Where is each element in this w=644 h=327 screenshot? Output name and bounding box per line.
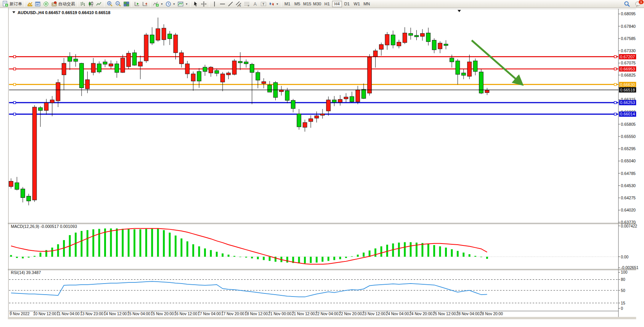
svg-text:0.66630: 0.66630 bbox=[620, 82, 635, 87]
dropdown-arrow-icon: ▼ bbox=[185, 3, 188, 5]
fibonacci-button[interactable]: F bbox=[243, 0, 251, 8]
chart-background bbox=[8, 8, 636, 319]
templates-button[interactable]: ▼ bbox=[177, 0, 189, 8]
text-label-icon: T bbox=[260, 1, 267, 7]
svg-text:F: F bbox=[248, 5, 249, 7]
time-axis-label: 24 Nov 20:00 bbox=[409, 312, 432, 316]
periods-button[interactable]: ▼ bbox=[164, 0, 177, 8]
rsi-scale-label: 15 bbox=[621, 301, 625, 305]
equidistant-channel-button[interactable]: E bbox=[234, 0, 243, 8]
cursor-button[interactable] bbox=[192, 0, 200, 8]
price-line-badge: 0.66953 bbox=[619, 66, 636, 72]
price-tick-label: 0.68095 bbox=[621, 12, 636, 16]
separator bbox=[190, 1, 191, 7]
rsi-scale-label: 80 bbox=[621, 277, 625, 282]
notifications-button[interactable]: 1 bbox=[634, 0, 642, 8]
vertical-line-icon bbox=[212, 1, 217, 7]
trendline-icon bbox=[228, 1, 233, 7]
time-axis-label: 23 Nov 12:00 bbox=[362, 312, 385, 316]
time-axis-label: 24 Nov 04:00 bbox=[386, 312, 409, 316]
macd-label: MACD(12,26,9) -0.000517 0.001093 bbox=[11, 224, 77, 229]
arrows-button[interactable]: ▼ bbox=[268, 0, 280, 8]
chart-shift-button[interactable] bbox=[141, 0, 149, 8]
text-label-button[interactable]: T bbox=[259, 0, 268, 8]
svg-text:0.66014: 0.66014 bbox=[620, 112, 635, 116]
timeframe-H4[interactable]: H4 bbox=[332, 1, 342, 7]
timeframe-H1[interactable]: H1 bbox=[322, 1, 332, 7]
chart-canvas[interactable]: 0.680950.678400.675850.673300.670750.668… bbox=[0, 8, 644, 327]
line-chart-button[interactable] bbox=[95, 0, 103, 8]
time-axis-label: 21 Nov 00:00 bbox=[268, 312, 291, 316]
rsi-scale-label: 50 bbox=[621, 289, 625, 293]
crosshair-button[interactable] bbox=[200, 0, 208, 8]
notification-badge: 1 bbox=[638, 0, 644, 5]
candlestick-chart-button[interactable] bbox=[87, 0, 95, 8]
candle bbox=[368, 54, 372, 96]
timeframe-M15[interactable]: M15 bbox=[302, 1, 312, 7]
indicators-button[interactable]: ▼ bbox=[152, 0, 164, 8]
bottom-strip bbox=[8, 317, 636, 319]
time-axis-label: 11 Nov 04:00 bbox=[56, 312, 79, 316]
text-button[interactable]: A bbox=[251, 0, 259, 8]
zoom-out-button[interactable] bbox=[114, 0, 122, 8]
price-tick-label: 0.65040 bbox=[621, 159, 636, 163]
search-button[interactable] bbox=[623, 0, 631, 8]
chart-window: 0.680950.678400.675850.673300.670750.668… bbox=[0, 8, 644, 327]
time-axis-label: 28 Nov 20:00 bbox=[480, 312, 503, 316]
time-axis-label: 16 Nov 12:00 bbox=[174, 312, 198, 316]
separator bbox=[209, 1, 209, 7]
tile-windows-button[interactable] bbox=[122, 0, 130, 8]
macd-scale-label: 0.00 bbox=[621, 255, 628, 259]
zoom-in-button[interactable] bbox=[106, 0, 114, 8]
chart-shift-icon bbox=[142, 1, 148, 7]
separator bbox=[77, 1, 78, 7]
svg-text:A: A bbox=[254, 2, 257, 7]
new-order-button[interactable]: 新订单 bbox=[1, 0, 23, 8]
trendline-button[interactable] bbox=[226, 0, 234, 8]
auto-trading-label: 自动交易 bbox=[58, 1, 75, 7]
time-axis-label: 10 Nov 12:00 bbox=[33, 312, 56, 316]
price-tick-label: 0.64530 bbox=[621, 183, 636, 188]
arrows-icon bbox=[269, 1, 275, 7]
macd-scale-label: -0.002651 bbox=[621, 266, 638, 270]
separator bbox=[150, 1, 151, 7]
macd-scale-label: 0.007422 bbox=[621, 224, 637, 228]
time-axis-label: 25 Nov 12:00 bbox=[433, 312, 456, 316]
auto-scroll-button[interactable] bbox=[133, 0, 141, 8]
candle bbox=[232, 59, 236, 75]
cursor-icon bbox=[193, 1, 198, 7]
time-axis-label: 18 Nov 12:00 bbox=[245, 312, 268, 316]
auto-trading-button[interactable]: 自动交易 bbox=[50, 0, 76, 8]
timeframe-M5[interactable]: M5 bbox=[292, 1, 302, 7]
price-line-badge: 0.66630 bbox=[619, 82, 636, 87]
price-tick-label: 0.65295 bbox=[621, 146, 636, 151]
text-icon: A bbox=[252, 1, 258, 7]
zoom-in-icon bbox=[107, 1, 113, 7]
timeframe-W1[interactable]: W1 bbox=[352, 1, 362, 7]
time-axis-label: 9 Nov 2022 bbox=[10, 312, 30, 316]
zoom-out-icon bbox=[115, 1, 121, 7]
price-tick-label: 0.67840 bbox=[621, 24, 636, 29]
bar-chart-button[interactable] bbox=[79, 0, 87, 8]
time-axis-label: 15 Nov 20:00 bbox=[151, 312, 174, 316]
signals-icon bbox=[43, 1, 49, 7]
horizontal-line-button[interactable] bbox=[218, 0, 226, 8]
vertical-line-button[interactable] bbox=[210, 0, 218, 8]
timeframe-M1[interactable]: M1 bbox=[283, 1, 292, 7]
svg-text:E: E bbox=[239, 5, 241, 7]
candle bbox=[127, 51, 131, 69]
timeframe-M30[interactable]: M30 bbox=[312, 1, 322, 7]
signals-button[interactable] bbox=[42, 0, 50, 8]
candlestick-chart-icon bbox=[88, 1, 94, 7]
time-axis-label: 17 Nov 04:00 bbox=[198, 312, 221, 316]
market-watch-button[interactable] bbox=[26, 0, 34, 8]
fibonacci-icon: F bbox=[244, 1, 250, 7]
data-window-button[interactable] bbox=[34, 0, 42, 8]
separator bbox=[132, 1, 132, 7]
timeframe-group: M1M5M15M30H1H4D1W1MN bbox=[283, 1, 372, 7]
timeframe-MN[interactable]: MN bbox=[362, 1, 372, 7]
price-tick-label: 0.64785 bbox=[621, 171, 636, 176]
timeframe-D1[interactable]: D1 bbox=[342, 1, 352, 7]
svg-text:0.66953: 0.66953 bbox=[620, 67, 635, 71]
tile-windows-icon bbox=[124, 1, 129, 7]
